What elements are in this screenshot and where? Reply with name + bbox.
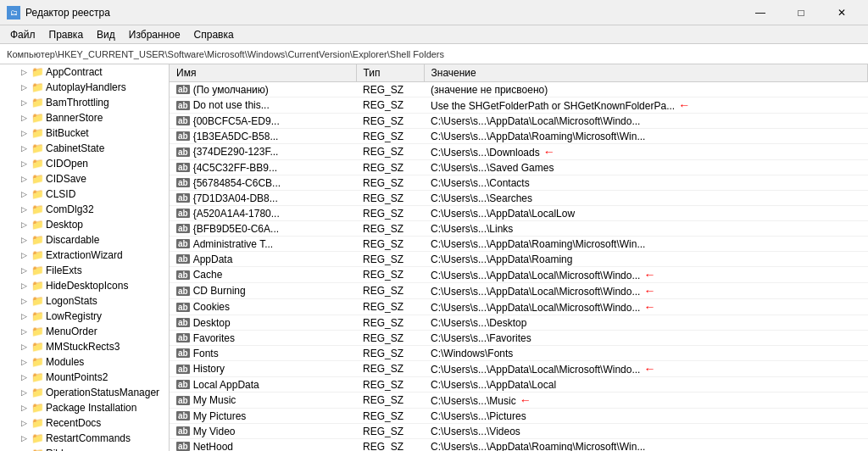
reg-string-icon: Desktop	[176, 317, 231, 329]
tree-item[interactable]: ▷📁CLSID	[0, 187, 169, 202]
table-row[interactable]: FontsREG_SZC:\Windows\Fonts	[170, 346, 868, 361]
menu-favorites[interactable]: Избранное	[122, 27, 187, 42]
tree-expand-icon: ▷	[17, 447, 31, 451]
table-row[interactable]: Do not use this...REG_SZUse the SHGetFol…	[170, 97, 868, 114]
tree-item-label: AppContract	[46, 66, 103, 78]
tree-item[interactable]: ▷📁BannerStore	[0, 110, 169, 125]
tree-item[interactable]: ▷📁RecentDocs	[0, 415, 169, 431]
folder-icon: 📁	[31, 355, 44, 369]
tree-item[interactable]: ▷📁Ribbon	[0, 446, 169, 451]
table-row[interactable]: Local AppDataREG_SZC:\Users\s...\AppData…	[170, 377, 868, 393]
col-value[interactable]: Значение	[424, 64, 868, 82]
cell-value: C:\Users\s...\AppData\Local\Microsoft\Wi…	[424, 299, 868, 315]
tree-expand-icon: ▷	[17, 340, 31, 354]
cell-value: C:\Windows\Fonts	[424, 346, 868, 361]
tree-item[interactable]: ▷📁ComDlg32	[0, 202, 169, 217]
close-button[interactable]: ✕	[822, 0, 861, 25]
folder-icon: 📁	[31, 126, 44, 140]
table-row[interactable]: {56784854-C6CB...REG_SZC:\Users\s...\Con…	[170, 175, 868, 191]
cell-value: C:\Users\s...\AppData\Roaming\Microsoft\…	[424, 129, 868, 144]
cell-type: REG_SZ	[356, 331, 424, 346]
table-row[interactable]: CookiesREG_SZC:\Users\s...\AppData\Local…	[170, 299, 868, 315]
cell-type: REG_SZ	[356, 393, 424, 409]
detail-panel[interactable]: Имя Тип Значение (По умолчанию)REG_SZ(зн…	[170, 64, 868, 451]
cell-value: C:\Users\s...\Pictures	[424, 409, 868, 424]
menu-edit[interactable]: Правка	[42, 27, 91, 42]
reg-string-icon: NetHood	[176, 441, 233, 451]
tree-item[interactable]: ▷📁CIDSave	[0, 171, 169, 187]
tree-item[interactable]: ▷📁BamThrottling	[0, 95, 169, 110]
reg-string-icon: CD Burning	[176, 285, 246, 297]
table-row[interactable]: {00BCFC5A-ED9...REG_SZC:\Users\s...\AppD…	[170, 114, 868, 129]
cell-type: REG_SZ	[356, 97, 424, 114]
table-row[interactable]: {BFB9D5E0-C6A...REG_SZC:\Users\s...\Link…	[170, 221, 868, 237]
annotation-arrow: ←	[643, 300, 655, 314]
tree-item[interactable]: ▷📁Desktop	[0, 217, 169, 232]
maximize-button[interactable]: □	[782, 0, 821, 25]
tree-item[interactable]: ▷📁CabinetState	[0, 141, 169, 156]
tree-item[interactable]: ▷📁CIDOpen	[0, 156, 169, 171]
tree-item[interactable]: ▷📁Package Installation	[0, 400, 169, 415]
menu-file[interactable]: Файл	[3, 27, 42, 42]
table-row[interactable]: Administrative T...REG_SZC:\Users\s...\A…	[170, 237, 868, 252]
cell-type: REG_SZ	[356, 252, 424, 267]
tree-item-label: RecentDocs	[46, 417, 101, 429]
tree-item[interactable]: ▷📁LogonStats	[0, 293, 169, 309]
table-row[interactable]: My VideoREG_SZC:\Users\s...\Videos	[170, 424, 868, 439]
table-row[interactable]: {7D1D3A04-DB8...REG_SZC:\Users\s...\Sear…	[170, 191, 868, 206]
table-row[interactable]: My MusicREG_SZC:\Users\s...\Music ←	[170, 393, 868, 409]
title-bar: 🗂 Редактор реестра — □ ✕	[0, 0, 868, 25]
cell-type: REG_SZ	[356, 191, 424, 206]
menu-help[interactable]: Справка	[187, 27, 241, 42]
table-row[interactable]: AppDataREG_SZC:\Users\s...\AppData\Roami…	[170, 252, 868, 267]
table-row[interactable]: NetHoodREG_SZC:\Users\s...\AppData\Roami…	[170, 439, 868, 452]
col-name[interactable]: Имя	[170, 64, 356, 82]
table-row[interactable]: DesktopREG_SZC:\Users\s...\Desktop	[170, 315, 868, 331]
tree-item[interactable]: ▷📁OperationStatusManager	[0, 385, 169, 400]
tree-expand-icon: ▷	[17, 401, 31, 415]
cell-name: Administrative T...	[170, 237, 356, 252]
cell-type: REG_SZ	[356, 361, 424, 377]
table-row[interactable]: FavoritesREG_SZC:\Users\s...\Favorites	[170, 331, 868, 346]
reg-string-icon: (По умолчанию)	[176, 84, 269, 96]
tree-item[interactable]: ▷📁MountPoints2	[0, 370, 169, 385]
annotation-arrow: ←	[643, 362, 655, 376]
folder-icon: 📁	[31, 248, 44, 262]
table-row[interactable]: (По умолчанию)REG_SZ(значение не присвое…	[170, 82, 868, 97]
table-row[interactable]: {4C5C32FF-BB9...REG_SZC:\Users\s...\Save…	[170, 160, 868, 175]
menu-view[interactable]: Вид	[90, 27, 122, 42]
tree-item[interactable]: ▷📁MMStuckRects3	[0, 339, 169, 354]
tree-item[interactable]: ▷📁BitBucket	[0, 125, 169, 141]
table-row[interactable]: My PicturesREG_SZC:\Users\s...\Pictures	[170, 409, 868, 424]
folder-icon: 📁	[31, 203, 44, 216]
cell-value: C:\Users\s...\Saved Games	[424, 160, 868, 175]
tree-item[interactable]: ▷📁Modules	[0, 354, 169, 370]
tree-item[interactable]: ▷📁FileExts	[0, 263, 169, 278]
reg-string-icon: {BFB9D5E0-C6A...	[176, 223, 279, 235]
tree-expand-icon: ▷	[17, 432, 31, 445]
tree-item[interactable]: ▷📁Discardable	[0, 232, 169, 248]
tree-item[interactable]: ▷📁LowRegistry	[0, 309, 169, 324]
col-type[interactable]: Тип	[356, 64, 424, 82]
tree-item[interactable]: ▷📁AppContract	[0, 64, 169, 80]
table-row[interactable]: HistoryREG_SZC:\Users\s...\AppData\Local…	[170, 361, 868, 377]
tree-expand-icon: ▷	[17, 203, 31, 216]
reg-string-icon: Local AppData	[176, 379, 259, 391]
table-row[interactable]: CD BurningREG_SZC:\Users\s...\AppData\Lo…	[170, 283, 868, 299]
reg-string-icon: {A520A1A4-1780...	[176, 208, 280, 220]
tree-item[interactable]: ▷📁MenuOrder	[0, 324, 169, 339]
cell-type: REG_SZ	[356, 409, 424, 424]
table-row[interactable]: {374DE290-123F...REG_SZC:\Users\s...\Dow…	[170, 144, 868, 160]
tree-item[interactable]: ▷📁RestartCommands	[0, 431, 169, 446]
tree-item-label: CLSID	[46, 188, 75, 200]
tree-item[interactable]: ▷📁ExtractionWizard	[0, 248, 169, 263]
tree-panel[interactable]: ▷📁AppContract▷📁AutoplayHandlers▷📁BamThro…	[0, 64, 170, 451]
folder-icon: 📁	[31, 172, 44, 186]
tree-item[interactable]: ▷📁HideDesktopIcons	[0, 278, 169, 293]
table-row[interactable]: {1B3EA5DC-B58...REG_SZC:\Users\s...\AppD…	[170, 129, 868, 144]
cell-name: {56784854-C6CB...	[170, 175, 356, 191]
tree-item[interactable]: ▷📁AutoplayHandlers	[0, 80, 169, 95]
table-row[interactable]: {A520A1A4-1780...REG_SZC:\Users\s...\App…	[170, 206, 868, 221]
table-row[interactable]: CacheREG_SZC:\Users\s...\AppData\Local\M…	[170, 267, 868, 283]
minimize-button[interactable]: —	[741, 0, 780, 25]
